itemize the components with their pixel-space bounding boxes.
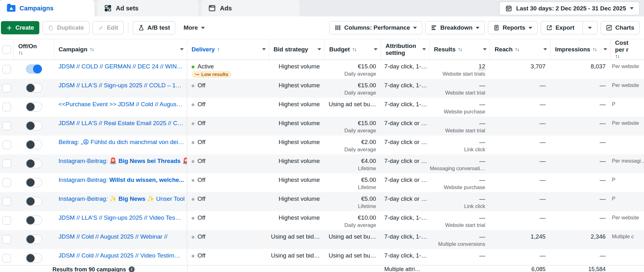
bid-strategy-value: Highest volume (269, 195, 320, 203)
column-header-campaign[interactable]: Campaign↑↓ (54, 39, 187, 60)
reach-value: — (490, 157, 546, 165)
reach-cell: 1,245 (490, 230, 551, 249)
row-checkbox[interactable] (3, 178, 11, 187)
campaign-name-link[interactable]: Beitrag: „😩 Fühlst du dich manchmal von … (59, 138, 187, 146)
duplicate-button-label: Duplicate (57, 24, 84, 31)
column-header-costper[interactable]: Cost per r↑↓ (611, 39, 644, 60)
tab-campaigns-label: Campaigns (20, 5, 53, 12)
tab-campaigns[interactable]: Campaigns (0, 0, 94, 16)
export-dropdown-toggle[interactable] (583, 21, 597, 34)
row-checkbox[interactable] (3, 84, 11, 92)
campaign-toggle[interactable] (26, 121, 42, 130)
column-header-offon[interactable]: Off/On↑↓ (14, 39, 54, 60)
footer-delivery-cell (187, 265, 269, 272)
budget-value: Using ad set bu… (325, 233, 376, 240)
delivery-status: Off (192, 176, 269, 184)
delivery-cell: Off (187, 117, 269, 136)
sort-icon: ↑↓ (615, 53, 636, 60)
export-button[interactable]: Export (541, 21, 597, 34)
export-button-main[interactable]: Export (541, 21, 580, 34)
column-header-delivery[interactable]: Delivery↑ (187, 39, 269, 60)
status-dot-off (192, 84, 194, 87)
cost-per-result-type-label: Per website (612, 119, 644, 127)
column-header-budget[interactable]: Budget↑↓ (325, 39, 381, 60)
column-header-select[interactable] (0, 39, 14, 60)
row-checkbox[interactable] (3, 254, 11, 263)
duplicate-button[interactable]: Duplicate (42, 21, 89, 34)
reports-button[interactable]: Reports (488, 21, 538, 34)
impressions-value: — (551, 157, 606, 165)
campaign-toggle[interactable] (26, 102, 42, 112)
reach-value: — (490, 252, 546, 259)
row-select-cell (0, 211, 14, 230)
row-checkbox[interactable] (3, 235, 11, 244)
trend-down-icon (195, 73, 199, 76)
row-checkbox[interactable] (3, 141, 11, 149)
campaign-toggle[interactable] (26, 234, 42, 244)
results-value: — (429, 233, 485, 240)
row-checkbox[interactable] (3, 216, 11, 225)
cost-per-result-cell: Per website (611, 79, 644, 98)
delivery-status-label: Off (198, 252, 205, 259)
column-header-impressions[interactable]: Impressions↑↓ (551, 39, 611, 60)
create-button[interactable]: Create (1, 21, 39, 34)
campaign-toggle[interactable] (26, 159, 42, 168)
delivery-status: Off (192, 82, 269, 89)
campaign-toggle[interactable] (26, 64, 42, 74)
reach-cell: — (490, 192, 551, 211)
impressions-cell: — (551, 98, 611, 117)
campaign-name-link[interactable]: Instagram-Beitrag: 🚨 Big News bei Thread… (59, 157, 187, 165)
campaign-name-link[interactable]: JDSM // LLA'S // Real Estate Email 2025 … (59, 119, 187, 127)
more-button[interactable]: More (178, 21, 210, 34)
results-value-link[interactable]: 12 (479, 63, 485, 70)
charts-button[interactable]: Charts (601, 21, 640, 34)
ab-test-button[interactable]: A/B test (133, 21, 176, 34)
column-header-reach[interactable]: Reach↑↓ (490, 39, 551, 60)
cost-per-result-type-label: Multiple c (612, 233, 644, 240)
campaign-name-link[interactable]: Instagram-Beitrag: ✨ Big News ✨ Unser To… (59, 195, 187, 203)
row-checkbox[interactable] (3, 159, 11, 168)
reach-value: — (490, 101, 546, 108)
select-all-checkbox[interactable] (3, 45, 11, 54)
bid-strategy-cell: Highest volume (269, 192, 325, 211)
campaign-toggle[interactable] (26, 197, 42, 206)
date-range-button[interactable]: Last 30 days: 2 Dec 2025 - 31 Dec 2025 (499, 2, 640, 15)
row-checkbox[interactable] (3, 197, 11, 206)
campaign-toggle[interactable] (26, 140, 42, 149)
row-checkbox[interactable] (3, 122, 11, 130)
breakdown-button[interactable]: Breakdown (425, 21, 484, 34)
row-checkbox[interactable] (3, 65, 11, 73)
reach-cell: — (490, 117, 551, 136)
toggle-knob (26, 197, 35, 205)
campaign-toggle[interactable] (26, 178, 42, 187)
campaign-name-link[interactable]: JDSM // Cold // August 2025 // Webinar /… (59, 233, 187, 240)
tab-adsets[interactable]: Ad sets (97, 0, 199, 16)
columns-button[interactable]: Columns: Performance (329, 21, 422, 34)
edit-button[interactable]: Edit (92, 21, 124, 34)
attribution-cell: 7-day click or … (381, 117, 429, 136)
campaign-name-link[interactable]: Instagram-Beitrag: Willst du wissen, wel… (59, 176, 187, 184)
campaign-toggle[interactable] (26, 253, 42, 263)
campaign-toggle[interactable] (26, 216, 42, 225)
campaign-name-link[interactable]: JDSM // Cold // August 2025 // Video Tes… (59, 252, 187, 259)
campaign-name-link[interactable]: JDSM // LLA'S // Sign-ups 2025 // COLD –… (59, 82, 187, 89)
campaign-name-link[interactable]: JDSM // COLD // GERMAN // DEC 24 // WIN… (59, 63, 187, 70)
low-results-badge[interactable]: Low results (192, 71, 232, 78)
row-checkbox[interactable] (3, 103, 11, 111)
status-dot-active (192, 66, 194, 68)
table-row: <<Purchase Event >> JDSM // Cold // Augu… (0, 98, 644, 117)
budget-cell: €2.00Daily average (325, 136, 381, 154)
impressions-value: — (551, 138, 606, 146)
budget-type-label: Daily average (325, 70, 376, 78)
info-icon[interactable]: i (129, 266, 135, 272)
tab-ads[interactable]: Ads (201, 0, 300, 16)
attribution-value: 7-day click or … (384, 195, 429, 203)
campaign-name-link[interactable]: JDSM // LLA'S // Sign-ups 2025 // Video … (59, 214, 187, 222)
results-value: — (429, 101, 485, 108)
column-header-bid[interactable]: Bid strategy (269, 39, 325, 60)
column-header-results[interactable]: Results↑↓ (429, 39, 490, 60)
column-header-attribution[interactable]: Attribution setting (381, 39, 429, 60)
campaign-name-link[interactable]: <<Purchase Event >> JDSM // Cold // Augu… (59, 101, 187, 108)
budget-cell: €4.00Lifetime (325, 154, 381, 173)
campaign-toggle[interactable] (26, 83, 42, 93)
